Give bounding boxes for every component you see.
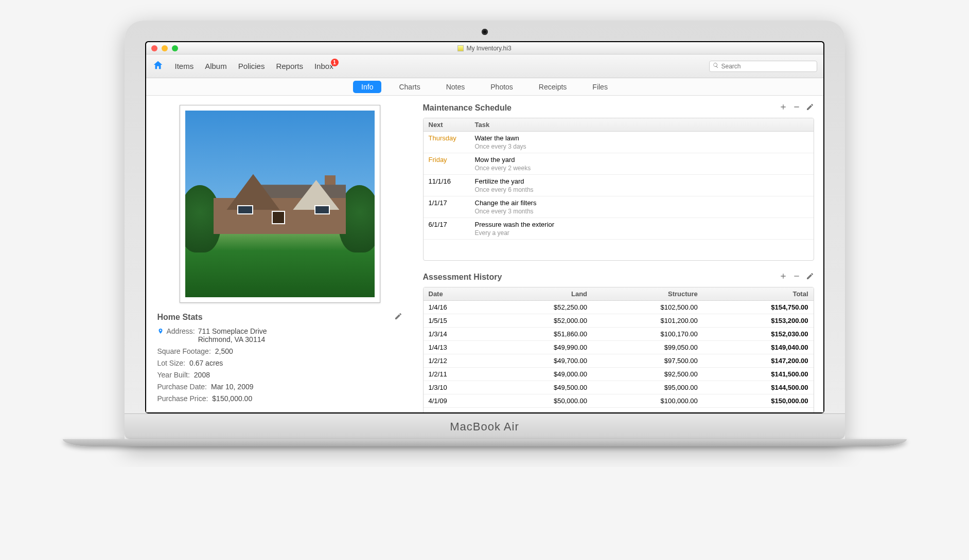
assessment-structure: $100,000.00 — [592, 394, 703, 408]
assessment-land: $52,250.00 — [490, 301, 592, 314]
toolbar-inbox[interactable]: Inbox 1 — [314, 62, 333, 70]
maintenance-next: Friday — [424, 153, 470, 175]
device-label: MacBook Air — [450, 420, 519, 433]
assessment-land: $49,700.00 — [490, 354, 592, 368]
maintenance-next: 11/1/16 — [424, 175, 470, 196]
assessment-total: $144,500.00 — [703, 381, 814, 394]
col-structure: Structure — [592, 287, 703, 301]
assessment-row[interactable]: 1/5/15$52,000.00$101,200.00$153,200.00 — [424, 314, 814, 328]
assessment-land: $52,000.00 — [490, 314, 592, 328]
assessment-add-button[interactable] — [779, 272, 787, 282]
window-title: My Inventory.hi3 — [466, 45, 511, 52]
address-line2: Richmond, VA 30114 — [198, 335, 267, 344]
assessment-row[interactable]: 1/3/10$49,500.00$95,000.00$144,500.00 — [424, 381, 814, 394]
maintenance-row[interactable]: 11/1/16Fertilize the yardOnce every 6 mo… — [424, 175, 814, 196]
maintenance-next: 1/1/17 — [424, 196, 470, 218]
assessment-date: 1/4/16 — [424, 301, 491, 314]
home-photo — [180, 105, 380, 303]
assessment-date: 4/1/09 — [424, 394, 491, 408]
assessment-structure: $101,200.00 — [592, 314, 703, 328]
maintenance-task: Mow the yard — [475, 156, 808, 164]
tab-notes[interactable]: Notes — [438, 81, 473, 93]
toolbar-album[interactable]: Album — [205, 62, 227, 70]
assessment-table: Date Land Structure Total 1/4/16$52,250.… — [423, 287, 814, 412]
maintenance-add-button[interactable] — [779, 103, 787, 113]
assessment-structure: $99,050.00 — [592, 341, 703, 354]
tab-photos[interactable]: Photos — [482, 81, 521, 93]
maintenance-row[interactable]: 6/1/17Pressure wash the exteriorEvery a … — [424, 218, 814, 240]
assessment-land: $49,500.00 — [490, 381, 592, 394]
home-icon[interactable] — [152, 60, 164, 73]
document-icon — [457, 45, 464, 51]
assessment-row[interactable]: 4/1/09$50,000.00$100,000.00$150,000.00 — [424, 394, 814, 408]
assessment-total: $149,040.00 — [703, 341, 814, 354]
assessment-structure: $100,170.00 — [592, 328, 703, 341]
maintenance-table: Next Task ThursdayWater the lawnOnce eve… — [423, 118, 814, 261]
address-line1: 711 Someplace Drive — [198, 327, 267, 335]
home-stats-heading: Home Stats — [157, 313, 203, 322]
toolbar-reports[interactable]: Reports — [276, 62, 303, 70]
maintenance-frequency: Once every 3 days — [475, 143, 808, 150]
assessment-total: $150,000.00 — [703, 394, 814, 408]
search-icon — [713, 62, 719, 70]
tab-receipts[interactable]: Receipts — [531, 81, 575, 93]
maintenance-task: Water the lawn — [475, 134, 808, 142]
toolbar-policies[interactable]: Policies — [238, 62, 265, 70]
maintenance-row[interactable]: ThursdayWater the lawnOnce every 3 days — [424, 132, 814, 153]
window-close-button[interactable] — [151, 45, 157, 51]
window-zoom-button[interactable] — [172, 45, 178, 51]
maintenance-row[interactable]: 1/1/17Change the air filtersOnce every 3… — [424, 196, 814, 218]
tab-info[interactable]: Info — [353, 81, 381, 93]
search-box[interactable] — [709, 61, 817, 72]
assessment-land: $51,860.00 — [490, 328, 592, 341]
window-minimize-button[interactable] — [162, 45, 168, 51]
assessment-remove-button[interactable] — [792, 272, 801, 282]
edit-home-stats-button[interactable] — [394, 312, 402, 322]
maintenance-frequency: Once every 6 months — [475, 186, 808, 193]
purchase-price-label: Purchase Price: — [157, 394, 208, 403]
maintenance-next: Thursday — [424, 132, 470, 153]
tab-files[interactable]: Files — [584, 81, 616, 93]
assessment-land: $49,990.00 — [490, 341, 592, 354]
maintenance-row[interactable]: FridayMow the yardOnce every 2 weeks — [424, 153, 814, 175]
col-task: Task — [470, 118, 814, 132]
maintenance-task: Change the air filters — [475, 199, 808, 207]
inbox-badge: 1 — [331, 59, 339, 66]
assessment-date: 1/3/10 — [424, 381, 491, 394]
tab-charts[interactable]: Charts — [391, 81, 428, 93]
maintenance-task: Pressure wash the exterior — [475, 221, 808, 228]
maintenance-frequency: Once every 3 months — [475, 208, 808, 215]
maintenance-remove-button[interactable] — [792, 103, 801, 113]
col-land: Land — [490, 287, 592, 301]
assessment-structure: $95,000.00 — [592, 381, 703, 394]
assessment-row[interactable]: 1/2/11$49,000.00$92,500.00$141,500.00 — [424, 368, 814, 381]
toolbar-items[interactable]: Items — [175, 62, 194, 70]
assessment-edit-button[interactable] — [806, 272, 814, 282]
year-value: 2008 — [194, 371, 210, 379]
assessment-date: 1/3/14 — [424, 328, 491, 341]
assessment-date: 1/5/15 — [424, 314, 491, 328]
maintenance-heading: Maintenance Schedule — [423, 103, 512, 113]
lot-label: Lot Size: — [157, 359, 185, 367]
main-toolbar: Items Album Policies Reports Inbox 1 — [146, 55, 823, 78]
lot-value: 0.67 acres — [189, 359, 223, 367]
assessment-structure: $97,500.00 — [592, 354, 703, 368]
address-label: Address: — [167, 327, 195, 335]
sqft-label: Square Footage: — [157, 347, 211, 355]
assessment-row[interactable]: 1/2/12$49,700.00$97,500.00$147,200.00 — [424, 354, 814, 368]
assessment-total: $152,030.00 — [703, 328, 814, 341]
assessment-row[interactable]: 1/4/13$49,990.00$99,050.00$149,040.00 — [424, 341, 814, 354]
col-total: Total — [703, 287, 814, 301]
assessment-total: $147,200.00 — [703, 354, 814, 368]
map-pin-icon[interactable] — [157, 327, 164, 337]
col-next: Next — [424, 118, 470, 132]
maintenance-edit-button[interactable] — [806, 103, 814, 113]
maintenance-task: Fertilize the yard — [475, 177, 808, 185]
maintenance-frequency: Every a year — [475, 229, 808, 237]
assessment-structure: $92,500.00 — [592, 368, 703, 381]
search-input[interactable] — [721, 63, 814, 70]
assessment-date: 1/2/11 — [424, 368, 491, 381]
assessment-row[interactable]: 1/4/16$52,250.00$102,500.00$154,750.00 — [424, 301, 814, 314]
purchase-date-value: Mar 10, 2009 — [211, 383, 254, 391]
assessment-row[interactable]: 1/3/14$51,860.00$100,170.00$152,030.00 — [424, 328, 814, 341]
